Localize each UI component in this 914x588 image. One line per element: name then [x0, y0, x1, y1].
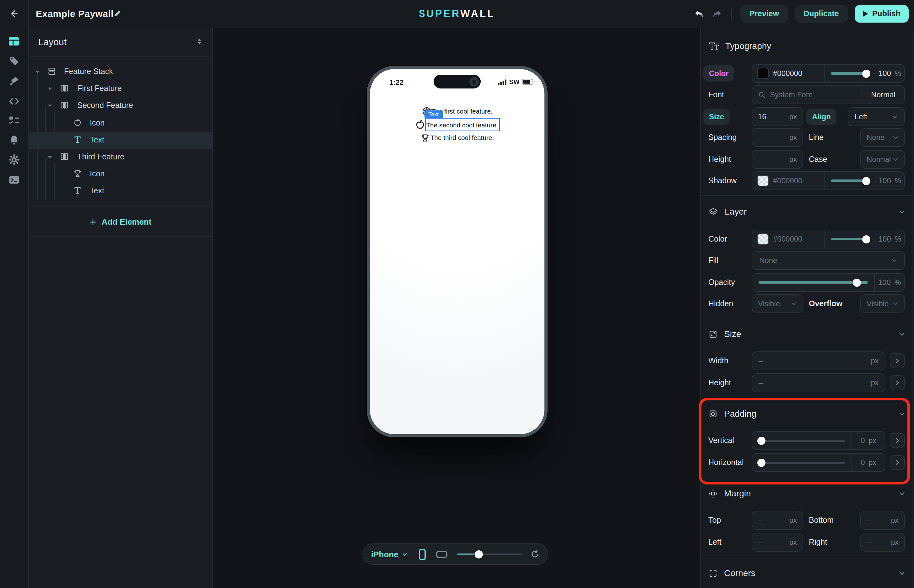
sort-icon[interactable]: [195, 37, 203, 46]
shadow-hex-value[interactable]: #000000: [773, 176, 802, 185]
slider-knob[interactable]: [862, 69, 870, 78]
caret-down-icon[interactable]: [47, 102, 53, 109]
opacity-main-slider[interactable]: [752, 274, 874, 291]
redo-button[interactable]: [712, 9, 723, 19]
shadow-color-swatch[interactable]: [757, 175, 769, 186]
bell-icon[interactable]: [8, 134, 20, 146]
text-color-input[interactable]: #000000 100 %: [752, 64, 905, 83]
chevron-down-icon[interactable]: [899, 570, 906, 577]
layout-grid-icon[interactable]: [8, 35, 20, 48]
spacing-input[interactable]: – px: [752, 128, 803, 147]
margin-right-input[interactable]: – px: [860, 533, 905, 552]
align-pill[interactable]: Align: [806, 108, 836, 125]
caret-right-icon[interactable]: [47, 86, 53, 92]
refresh-button[interactable]: [531, 550, 540, 559]
inspector-panel: Typography Color #000000 100 % Font Syst…: [700, 27, 914, 588]
chevron-down-icon[interactable]: [899, 410, 906, 417]
tree-row-first-feature[interactable]: First Feature: [28, 80, 212, 97]
margin-top-input[interactable]: – px: [752, 511, 803, 530]
margin-left-input[interactable]: – px: [752, 533, 803, 552]
line-height-input[interactable]: – px: [752, 150, 803, 169]
layer-opacity-slider[interactable]: [825, 230, 875, 248]
divider: [701, 319, 914, 320]
typography-section-header[interactable]: Typography: [708, 40, 771, 52]
layer-section-header[interactable]: Layer: [708, 205, 747, 218]
corners-icon: [708, 568, 718, 578]
hidden-select[interactable]: Visible: [752, 294, 803, 313]
layer-color-input[interactable]: #000000 100 %: [752, 230, 905, 249]
line-select[interactable]: None: [860, 128, 905, 147]
caret-down-icon[interactable]: [47, 154, 53, 161]
opacity-slider[interactable]: [825, 65, 875, 82]
portrait-mode-button[interactable]: [418, 548, 427, 560]
layout-panel-header: Layout: [28, 27, 212, 57]
undo-button[interactable]: [694, 9, 705, 19]
padding-vertical-input[interactable]: 0 px: [752, 431, 885, 450]
padding-vertical-slider[interactable]: [752, 432, 851, 449]
tree-row-text-selected[interactable]: Text: [28, 132, 212, 149]
padding-section-header[interactable]: Padding: [708, 407, 757, 420]
slider-knob[interactable]: [852, 278, 861, 286]
color-hex-value[interactable]: #000000: [773, 69, 802, 78]
overflow-select[interactable]: Visible: [860, 294, 905, 313]
slider-knob[interactable]: [862, 177, 870, 185]
tree-row-text[interactable]: Text: [28, 183, 212, 200]
terminal-icon[interactable]: [8, 173, 20, 186]
case-select[interactable]: Normal: [860, 150, 905, 169]
shadow-opacity-slider[interactable]: [825, 172, 875, 189]
align-select[interactable]: Left: [848, 107, 905, 126]
tag-icon[interactable]: [8, 55, 20, 67]
font-input[interactable]: System Font Normal: [752, 86, 905, 104]
width-expand-button[interactable]: [890, 353, 905, 368]
slider-knob[interactable]: [757, 459, 765, 467]
opacity-value[interactable]: 100: [878, 69, 891, 78]
padding-horizontal-input[interactable]: 0 px: [752, 453, 885, 472]
color-swatch[interactable]: [757, 68, 769, 79]
font-weight-select[interactable]: Normal: [862, 86, 904, 103]
checklist-icon[interactable]: [8, 113, 20, 126]
publish-button[interactable]: Publish: [855, 5, 909, 23]
fill-select[interactable]: None: [752, 251, 905, 270]
gear-icon[interactable]: [8, 153, 20, 166]
height-input[interactable]: – px: [752, 373, 885, 392]
tree-row-second-feature[interactable]: Second Feature: [28, 97, 212, 114]
tree-label: Feature Stack: [64, 67, 113, 76]
zoom-slider[interactable]: [457, 550, 522, 558]
margin-section-header[interactable]: Margin: [708, 487, 751, 499]
tree-row-feature-stack[interactable]: Feature Stack: [28, 63, 212, 80]
layer-opacity-input[interactable]: 100 %: [752, 273, 905, 292]
left-icon-rail: [0, 27, 29, 588]
landscape-mode-button[interactable]: [436, 549, 448, 559]
layer-color-swatch[interactable]: [757, 233, 769, 245]
chevron-down-icon[interactable]: [899, 490, 906, 497]
device-selector[interactable]: iPhone: [371, 549, 408, 559]
chevron-down-icon[interactable]: [899, 331, 906, 338]
code-icon[interactable]: [8, 95, 20, 107]
duplicate-button[interactable]: Duplicate: [795, 5, 848, 23]
slider-knob[interactable]: [862, 235, 870, 243]
text-color-pill[interactable]: Color: [703, 65, 734, 82]
tree-row-icon[interactable]: Icon: [28, 166, 212, 183]
chevron-down-icon[interactable]: [899, 208, 906, 215]
height-expand-button[interactable]: [890, 375, 905, 390]
font-size-pill[interactable]: Size: [703, 108, 730, 125]
preview-button[interactable]: Preview: [741, 5, 788, 23]
padding-horizontal-slider[interactable]: [752, 454, 851, 471]
margin-bottom-input[interactable]: – px: [860, 511, 905, 530]
size-section-header[interactable]: Size: [708, 328, 741, 340]
padding-vertical-expand-button[interactable]: [890, 433, 905, 448]
line-label: Line: [809, 133, 823, 142]
zoom-slider-knob[interactable]: [475, 550, 483, 558]
tree-row-third-feature[interactable]: Third Feature: [28, 149, 212, 166]
layer-hex-value[interactable]: #000000: [773, 235, 802, 244]
corners-section-header[interactable]: Corners: [708, 567, 755, 579]
tree-row-icon[interactable]: Icon: [28, 115, 212, 132]
add-element-button[interactable]: Add Element: [28, 213, 212, 230]
padding-horizontal-expand-button[interactable]: [890, 455, 905, 470]
font-size-input[interactable]: 16 px: [752, 107, 803, 126]
caret-down-icon[interactable]: [34, 68, 41, 75]
shadow-input[interactable]: #000000 100 %: [752, 171, 905, 190]
paintbrush-icon[interactable]: [8, 75, 20, 87]
slider-knob[interactable]: [757, 436, 765, 444]
width-input[interactable]: – px: [752, 351, 885, 370]
